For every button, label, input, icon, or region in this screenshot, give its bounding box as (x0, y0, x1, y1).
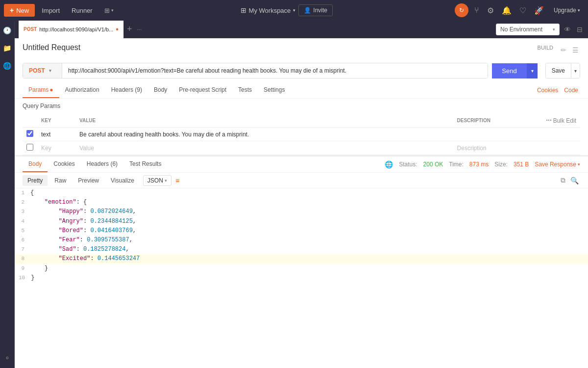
line-number: 6 (15, 236, 30, 245)
line-number: 3 (15, 207, 30, 216)
sync-icon[interactable]: ↻ (455, 3, 468, 17)
upgrade-chevron: ▾ (578, 8, 580, 13)
info-action-button[interactable]: ☰ (571, 45, 580, 55)
format-raw-button[interactable]: Raw (49, 175, 71, 186)
tab-bar: POST http://localhost:9090/api/V1/b... •… (15, 21, 588, 38)
settings-icon[interactable]: ⚙ (485, 4, 496, 17)
bell-icon[interactable]: 🔔 (500, 4, 514, 17)
format-pretty-button[interactable]: Pretty (23, 175, 48, 186)
line-number: 2 (15, 198, 30, 207)
line-number: 1 (15, 188, 30, 198)
row-checkbox[interactable] (26, 130, 33, 137)
code-line: 10} (15, 273, 588, 283)
tab-tests-label: Tests (238, 86, 252, 93)
code-line: 2 "emotion": { (15, 198, 588, 207)
params-dot: ● (49, 86, 53, 93)
time-value: 873 ms (469, 161, 489, 168)
tab-params[interactable]: Params● (23, 82, 59, 98)
table-dots: ··· (546, 116, 552, 124)
save-response-chevron: ▾ (578, 162, 580, 167)
new-button[interactable]: + New (4, 4, 35, 17)
status-value: 200 OK (423, 161, 443, 168)
line-content: "Sad": 0.1825278824, (30, 245, 588, 254)
empty-value-cell[interactable]: Value (75, 141, 453, 155)
line-content: } (30, 264, 588, 273)
response-format-bar: Pretty Raw Preview Visualize JSON ▾ ≡ ⧉ … (15, 173, 588, 188)
response-tabs-bar: Body Cookies Headers (6) Test Results 🌐 … (15, 157, 588, 173)
method-selector[interactable]: POST ▾ (23, 63, 62, 78)
send-button[interactable]: Send (492, 63, 526, 79)
save-dropdown-button[interactable]: ▾ (571, 63, 580, 78)
env-selector[interactable]: No Environment ▾ (496, 24, 560, 35)
mock-icon[interactable]: ⚬ (2, 352, 12, 364)
env-config-button[interactable]: ⊟ (575, 24, 584, 35)
upgrade-button[interactable]: Upgrade ▾ (550, 5, 584, 16)
empty-desc-cell[interactable]: Description (453, 141, 541, 155)
resp-tab-body[interactable]: Body (23, 157, 48, 172)
url-input[interactable] (62, 63, 488, 78)
cookies-link[interactable]: Cookies (535, 83, 560, 98)
send-dropdown-button[interactable]: ▾ (527, 63, 538, 79)
format-preview-button[interactable]: Preview (73, 175, 104, 186)
code-line: 8 "Excited": 0.1445653247 (15, 254, 588, 263)
search-response-button[interactable]: 🔍 (569, 175, 580, 186)
bulk-edit-button[interactable]: Bulk Edit (553, 117, 576, 124)
param-value-cell[interactable]: Be careful about reading health books. Y… (75, 128, 453, 141)
size-value: 351 B (514, 161, 529, 168)
tab-body[interactable]: Body (148, 82, 173, 98)
time-label: Time: (449, 161, 464, 168)
tab-params-label: Params (28, 86, 49, 93)
import-button[interactable]: Import (37, 4, 65, 17)
resp-tab-cookies[interactable]: Cookies (48, 157, 80, 172)
save-button[interactable]: Save (546, 63, 571, 78)
tab-settings[interactable]: Settings (258, 82, 291, 98)
environments-icon[interactable]: 🌐 (1, 60, 13, 72)
line-number: 10 (15, 273, 31, 283)
save-response-button[interactable]: Save Response ▾ (535, 161, 580, 168)
tab-settings-label: Settings (264, 86, 285, 93)
code-line: 4 "Angry": 0.2344884125, (15, 217, 588, 226)
code-view: 1{2 "emotion": {3 "Happy": 0.0872024649,… (15, 188, 588, 368)
tab-headers[interactable]: Headers (9) (105, 82, 148, 98)
fork-icon[interactable]: ⑂ (472, 4, 481, 17)
param-key-cell[interactable]: text (37, 128, 75, 141)
tab-add-button[interactable]: + (124, 24, 135, 34)
response-status-bar: 🌐 Status: 200 OK Time: 873 ms Size: 351 … (385, 160, 580, 168)
tab-tests[interactable]: Tests (232, 82, 258, 98)
tab-authorization[interactable]: Authorization (59, 82, 105, 98)
left-sidebar: 🕐 📁 🌐 ⚬ (0, 21, 15, 368)
param-desc-cell[interactable] (453, 128, 541, 141)
resp-tab-headers[interactable]: Headers (6) (81, 157, 123, 172)
format-wrap-icon[interactable]: ≡ (175, 177, 179, 184)
line-content: "Angry": 0.2344884125, (30, 217, 588, 226)
col-checkbox-header (23, 113, 37, 128)
line-number: 9 (15, 264, 30, 273)
param-action-cell (541, 128, 580, 141)
format-type-selector[interactable]: JSON ▾ (143, 175, 172, 186)
empty-key-cell[interactable]: Key (37, 141, 75, 155)
format-visualize-button[interactable]: Visualize (106, 175, 139, 186)
active-tab[interactable]: POST http://localhost:9090/api/V1/b... • (19, 21, 124, 38)
edit-action-button[interactable]: ✏ (559, 45, 568, 55)
format-type-chevron: ▾ (165, 178, 167, 183)
tab-prerequest[interactable]: Pre-request Script (173, 82, 232, 98)
invite-button[interactable]: 👤 Invite (298, 4, 333, 16)
resp-tab-test-results[interactable]: Test Results (123, 157, 167, 172)
response-icons: ⧉ 🔍 (559, 175, 580, 186)
layout-button[interactable]: ⊞ ▾ (99, 4, 119, 17)
history-icon[interactable]: 🕐 (1, 25, 13, 36)
copy-response-button[interactable]: ⧉ (559, 175, 567, 186)
runner-button[interactable]: Runner (67, 4, 98, 17)
request-title-row: Untitled Request BUILD ✏ ☰ (15, 38, 588, 59)
workspace-button[interactable]: ⊞ My Workspace ▾ (241, 6, 296, 14)
tab-more-button[interactable]: ··· (135, 26, 144, 33)
line-content: "Fear": 0.3095755387, (30, 236, 588, 245)
heart-icon[interactable]: ♡ (517, 4, 528, 17)
collections-icon[interactable]: 📁 (1, 42, 13, 54)
code-link[interactable]: Code (562, 83, 580, 98)
env-eye-button[interactable]: 👁 (563, 24, 572, 35)
rocket-icon[interactable]: 🚀 (532, 4, 546, 17)
workspace-label: My Workspace (249, 7, 291, 14)
line-number: 5 (15, 226, 30, 236)
empty-row-checkbox[interactable] (26, 144, 33, 151)
